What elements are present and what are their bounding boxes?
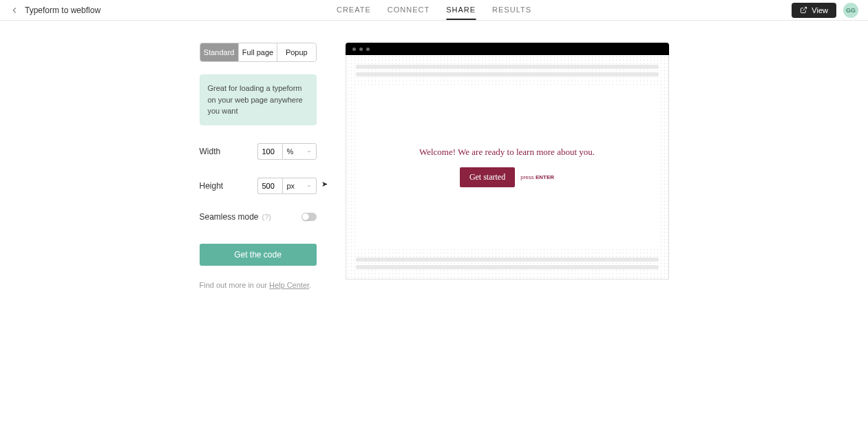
height-unit-value: px: [287, 182, 295, 190]
get-code-button[interactable]: Get the code: [200, 244, 317, 266]
project-title: Typeform to webflow: [25, 6, 100, 15]
embedded-typeform: Welcome! We are ready to learn more abou…: [356, 86, 659, 248]
welcome-text: Welcome! We are ready to learn more abou…: [419, 147, 595, 158]
embed-preview: Welcome! We are ready to learn more abou…: [346, 43, 669, 289]
width-label: Width: [200, 147, 221, 156]
press-enter-hint: press ENTER: [520, 174, 554, 180]
skeleton-bar: [356, 265, 659, 269]
width-input[interactable]: [257, 143, 282, 160]
back-arrow-icon[interactable]: [10, 6, 19, 15]
avatar[interactable]: GG: [843, 3, 858, 18]
embed-mode-tabs: Standard Full page Popup: [200, 43, 317, 62]
width-unit-value: %: [287, 147, 294, 156]
external-link-icon: [800, 6, 807, 14]
view-button[interactable]: View: [792, 3, 836, 18]
nav-results[interactable]: RESULTS: [492, 1, 531, 20]
height-unit-select[interactable]: px: [282, 178, 317, 194]
chevron-down-icon: [306, 149, 312, 154]
seamless-toggle[interactable]: [301, 213, 317, 221]
main-nav: CREATE CONNECT SHARE RESULTS: [337, 1, 531, 20]
help-text: Find out more in our Help Center.: [200, 281, 317, 289]
nav-create[interactable]: CREATE: [337, 1, 371, 20]
info-box: Great for loading a typeform on your web…: [200, 74, 317, 125]
get-started-button[interactable]: Get started: [460, 167, 515, 187]
view-button-label: View: [812, 6, 828, 14]
tab-popup[interactable]: Popup: [277, 43, 315, 61]
skeleton-bar: [356, 257, 659, 262]
height-label: Height: [200, 181, 224, 191]
width-unit-select[interactable]: %: [282, 143, 317, 160]
skeleton-bar: [356, 72, 659, 76]
tab-fullpage[interactable]: Full page: [239, 43, 277, 61]
chevron-down-icon: [306, 183, 312, 189]
nav-connect[interactable]: CONNECT: [388, 1, 430, 20]
tab-standard[interactable]: Standard: [200, 43, 239, 61]
help-center-link[interactable]: Help Center: [269, 281, 309, 289]
nav-share[interactable]: SHARE: [446, 1, 476, 20]
height-input[interactable]: [257, 178, 282, 194]
help-icon[interactable]: (?): [262, 213, 271, 221]
skeleton-bar: [356, 65, 659, 69]
preview-browser-bar: [346, 43, 669, 55]
seamless-label: Seamless mode: [200, 212, 259, 222]
